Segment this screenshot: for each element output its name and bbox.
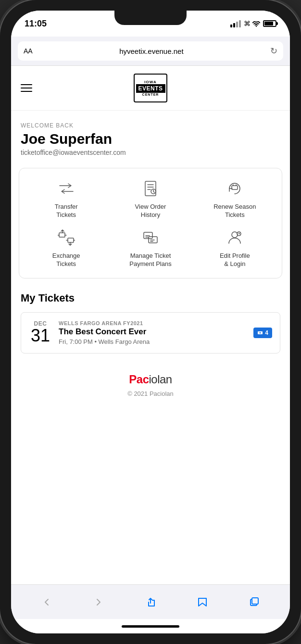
home-bar: [122, 625, 179, 628]
status-icons: ⌘: [230, 20, 276, 27]
paciolan-pac: Pac: [129, 373, 149, 386]
content-area: IOWA EVENTS CENTER WELCOME BACK Joe Supe…: [11, 66, 290, 584]
page-footer: Paciolan © 2021 Paciolan: [11, 358, 290, 407]
forward-button[interactable]: [88, 592, 109, 613]
payment-plans-icon: [140, 227, 161, 248]
logo-iowa-text: IOWA: [144, 80, 156, 84]
battery-icon: [263, 20, 276, 27]
browser-bar: AA hyveetix.evenue.net ↻: [11, 37, 290, 66]
phone-frame: 11:05 ⌘: [0, 0, 301, 644]
footer-copyright: © 2021 Paciolan: [127, 390, 174, 397]
exchange-tickets-button[interactable]: ExchangeTickets: [38, 227, 95, 268]
back-button[interactable]: [36, 592, 57, 613]
tickets-section: My Tickets DEC 31 WELLS FARGO ARENA FY20…: [11, 282, 290, 358]
svg-rect-4: [68, 238, 74, 242]
user-email: ticketoffice@iowaeventscenter.com: [21, 149, 280, 156]
ticket-details: Fri, 7:00 PM • Wells Fargo Arena: [59, 338, 247, 345]
user-name: Joe Superfan: [21, 131, 280, 147]
refresh-icon[interactable]: ↻: [270, 46, 277, 56]
ticket-card[interactable]: DEC 31 WELLS FARGO ARENA FY2021 The Best…: [21, 312, 280, 354]
renew-icon: [224, 178, 245, 199]
phone-screen: 11:05 ⌘: [11, 11, 290, 633]
notch: [114, 11, 187, 25]
logo-container: IOWA EVENTS CENTER: [134, 74, 167, 102]
nav-header: IOWA EVENTS CENTER: [11, 66, 290, 111]
paciolan-logo: Paciolan: [129, 373, 172, 386]
wifi-icon: ⌘: [244, 20, 260, 27]
actions-row-1: TransferTickets View OrderHisto: [24, 178, 277, 219]
svg-rect-2: [232, 186, 238, 189]
ticket-day: 31: [31, 327, 50, 344]
signal-icon: [230, 20, 241, 27]
actions-row-2: ExchangeTickets Manage TicketPa: [24, 227, 277, 268]
view-order-history-label: View OrderHistory: [135, 203, 166, 219]
ticket-badge-icon: [257, 330, 263, 336]
order-history-icon: [140, 178, 161, 199]
svg-point-10: [260, 332, 261, 333]
share-button[interactable]: [140, 592, 161, 613]
browser-navigation: [11, 584, 290, 619]
exchange-tickets-label: ExchangeTickets: [52, 252, 80, 268]
view-order-history-button[interactable]: View OrderHistory: [122, 178, 179, 219]
ticket-event-name: The Best Concert Ever: [59, 327, 247, 337]
ticket-count: 4: [265, 329, 268, 336]
status-time: 11:05: [25, 19, 47, 29]
profile-edit-icon: [224, 227, 245, 248]
status-bar: 11:05 ⌘: [11, 11, 290, 37]
edit-profile-login-button[interactable]: Edit Profile& Login: [206, 227, 263, 268]
svg-rect-3: [59, 233, 65, 237]
hamburger-menu[interactable]: [21, 84, 32, 92]
ticket-date: DEC 31: [29, 320, 52, 344]
welcome-section: WELCOME BACK Joe Superfan ticketoffice@i…: [11, 111, 290, 164]
renew-season-tickets-button[interactable]: Renew SeasonTickets: [206, 178, 263, 219]
edit-profile-login-label: Edit Profile& Login: [220, 252, 250, 268]
exchange-icon: [56, 227, 77, 248]
manage-payment-plans-button[interactable]: Manage TicketPayment Plans: [122, 227, 179, 268]
transfer-icon: [56, 178, 77, 199]
welcome-label: WELCOME BACK: [21, 122, 280, 129]
home-indicator: [11, 619, 290, 633]
transfer-tickets-label: TransferTickets: [55, 203, 78, 219]
aa-button[interactable]: AA: [24, 47, 33, 55]
url-display[interactable]: hyveetix.evenue.net: [33, 47, 270, 55]
address-bar[interactable]: AA hyveetix.evenue.net ↻: [18, 41, 283, 61]
actions-card: TransferTickets View OrderHisto: [19, 168, 282, 278]
ticket-venue: WELLS FARGO ARENA FY2021: [59, 320, 247, 326]
transfer-tickets-button[interactable]: TransferTickets: [38, 178, 95, 219]
manage-payment-plans-label: Manage TicketPayment Plans: [129, 252, 171, 268]
paciolan-olan: olan: [151, 373, 172, 386]
renew-season-tickets-label: Renew SeasonTickets: [213, 203, 256, 219]
tickets-section-title: My Tickets: [21, 292, 280, 304]
logo-center-text: CENTER: [142, 93, 159, 96]
bookmarks-button[interactable]: [192, 592, 213, 613]
logo-events-text: EVENTS: [136, 84, 165, 93]
events-center-logo: IOWA EVENTS CENTER: [134, 74, 167, 102]
ticket-row: DEC 31 WELLS FARGO ARENA FY2021 The Best…: [21, 313, 280, 353]
ticket-info: WELLS FARGO ARENA FY2021 The Best Concer…: [59, 320, 247, 345]
svg-rect-12: [252, 598, 258, 604]
ticket-count-badge: 4: [253, 328, 272, 338]
svg-point-7: [232, 232, 238, 238]
tabs-button[interactable]: [244, 592, 265, 613]
